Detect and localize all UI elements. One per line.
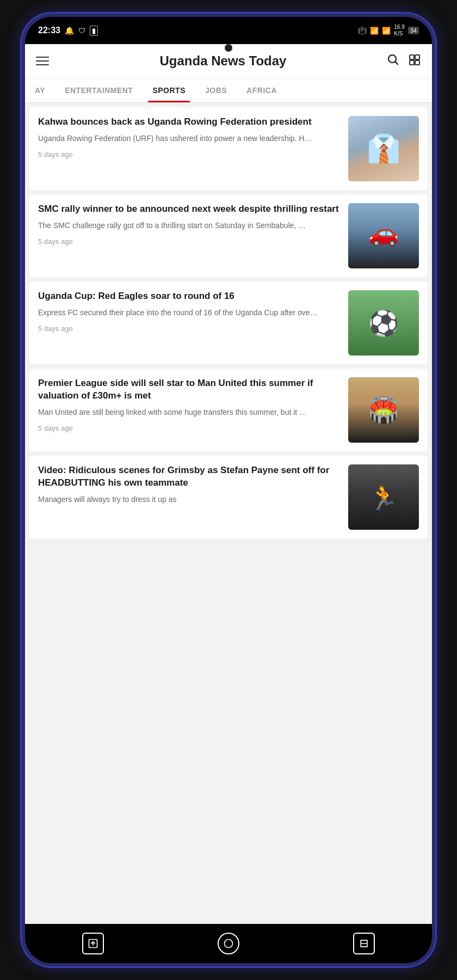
- battery-badge: 34: [408, 27, 419, 34]
- signal-icon: 📶: [382, 27, 391, 35]
- svg-rect-5: [415, 60, 419, 65]
- article-1-title: Kahwa bounces back as Uganda Rowing Fede…: [38, 116, 341, 128]
- shield-icon: 🛡: [78, 27, 85, 35]
- status-bar: 22:33 🔔 🛡 ▮ 📳 📶 📶 16.9K/S 34: [25, 17, 432, 44]
- article-4-content: Premier League side will sell star to Ma…: [38, 377, 341, 443]
- vibrate-icon: 📳: [358, 27, 367, 35]
- article-1-time: 5 days ago: [38, 150, 341, 158]
- article-2[interactable]: SMC rally winner to be announced next we…: [29, 194, 428, 277]
- battery-small-icon: ▮: [90, 26, 98, 36]
- article-4[interactable]: Premier League side will sell star to Ma…: [29, 369, 428, 451]
- tab-africa[interactable]: AFRICA: [237, 78, 287, 102]
- article-2-image: [348, 203, 419, 268]
- layout-icon[interactable]: [408, 53, 421, 69]
- article-1-image: [348, 116, 419, 181]
- article-2-content: SMC rally winner to be announced next we…: [38, 203, 341, 268]
- svg-rect-2: [410, 55, 414, 59]
- article-5-excerpt: Managers will always try to dress it up …: [38, 494, 341, 505]
- article-3-excerpt: Express FC secured their place into the …: [38, 307, 341, 318]
- article-5-content: Video: Ridiculous scenes for Grimsby as …: [38, 464, 341, 530]
- article-3-title: Uganda Cup: Red Eagles soar to round of …: [38, 290, 341, 303]
- article-5-image: [348, 464, 419, 530]
- svg-line-1: [396, 62, 398, 64]
- article-4-excerpt: Man United are still being linked with s…: [38, 407, 341, 418]
- phone-frame: 22:33 🔔 🛡 ▮ 📳 📶 📶 16.9K/S 34 Uganda News…: [22, 14, 435, 966]
- article-4-time: 5 days ago: [38, 424, 341, 432]
- back-button[interactable]: [82, 933, 104, 954]
- article-1-excerpt: Uganda Rowing Federation (URF) has usher…: [38, 133, 341, 144]
- news-list: Kahwa bounces back as Uganda Rowing Fede…: [25, 103, 432, 924]
- app-bar-actions: [386, 53, 421, 69]
- tab-today[interactable]: AY: [25, 78, 55, 102]
- article-2-time: 5 days ago: [38, 237, 341, 246]
- app-title: Uganda News Today: [60, 53, 386, 69]
- bottom-nav: [25, 924, 432, 963]
- article-3-image: [348, 290, 419, 356]
- status-time: 22:33: [38, 26, 60, 35]
- status-icons: 📳 📶 📶 16.9K/S 34: [358, 24, 419, 37]
- article-3-photo: [348, 290, 419, 356]
- article-5[interactable]: Video: Ridiculous scenes for Grimsby as …: [29, 456, 428, 538]
- recents-button[interactable]: [353, 933, 375, 954]
- tab-bar: AY ENTERTAINMENT SPORTS JOBS AFRICA: [25, 78, 432, 103]
- article-2-title: SMC rally winner to be announced next we…: [38, 203, 341, 216]
- article-1[interactable]: Kahwa bounces back as Uganda Rowing Fede…: [29, 107, 428, 190]
- article-4-photo: [348, 377, 419, 443]
- article-2-excerpt: The SMC challenge rally got off to a thr…: [38, 220, 341, 231]
- article-2-photo: [348, 203, 419, 268]
- tab-entertainment[interactable]: ENTERTAINMENT: [55, 78, 143, 102]
- menu-icon[interactable]: [36, 57, 49, 65]
- article-3-time: 5 days ago: [38, 324, 341, 333]
- article-5-title: Video: Ridiculous scenes for Grimsby as …: [38, 464, 341, 489]
- phone-screen: Uganda News Today AY ENTERTAINMENT SPORT…: [25, 44, 432, 924]
- article-4-image: [348, 377, 419, 443]
- notification-icon-1: 🔔: [65, 26, 74, 35]
- article-3[interactable]: Uganda Cup: Red Eagles soar to round of …: [29, 281, 428, 364]
- tab-sports[interactable]: SPORTS: [143, 78, 195, 102]
- camera-notch: [225, 44, 232, 52]
- wifi-icon: 📶: [370, 27, 379, 35]
- article-1-content: Kahwa bounces back as Uganda Rowing Fede…: [38, 116, 341, 181]
- article-1-photo: [348, 116, 419, 181]
- svg-point-7: [224, 940, 232, 948]
- article-3-content: Uganda Cup: Red Eagles soar to round of …: [38, 290, 341, 356]
- svg-rect-3: [415, 55, 419, 59]
- svg-rect-4: [410, 60, 414, 65]
- home-button[interactable]: [218, 933, 239, 954]
- tab-jobs[interactable]: JOBS: [195, 78, 237, 102]
- article-4-title: Premier League side will sell star to Ma…: [38, 377, 341, 402]
- search-icon[interactable]: [386, 53, 399, 69]
- status-left: 22:33 🔔 🛡 ▮: [38, 26, 98, 36]
- article-5-photo: [348, 464, 419, 530]
- speed-label: 16.9K/S: [394, 24, 404, 37]
